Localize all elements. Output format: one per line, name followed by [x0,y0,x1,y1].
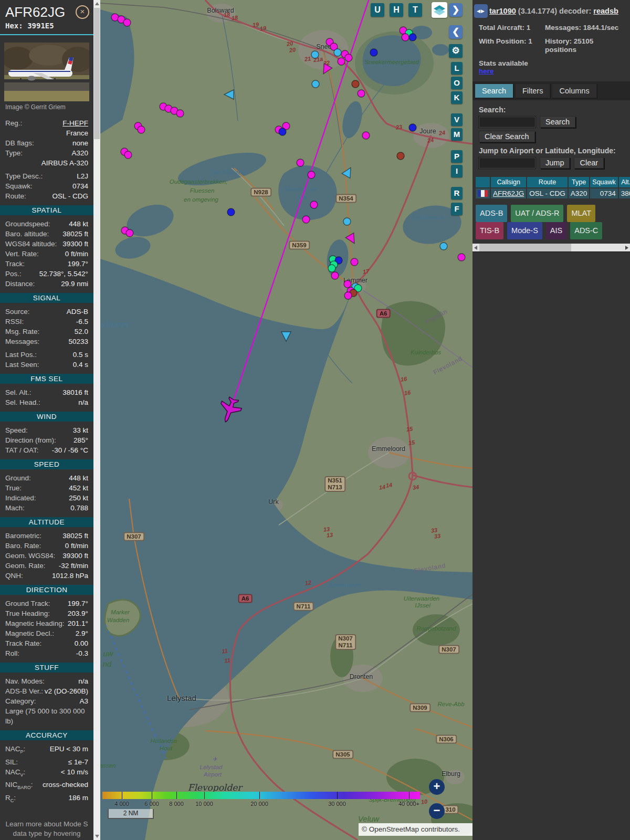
aircraft-dot[interactable] [310,201,318,208]
filter-badge-ais[interactable]: AIS [546,222,566,239]
scroll-left-icon[interactable] [474,246,477,250]
aircraft-arrow[interactable] [281,332,291,341]
search-input[interactable] [479,117,536,128]
aircraft-arrow[interactable] [224,90,234,99]
aircraft-dot[interactable] [343,218,351,225]
aircraft-dot[interactable] [409,34,416,41]
scroll-right-icon[interactable] [625,246,628,250]
table-row[interactable]: AFR62JGOSL - CDGA320073438025 [476,188,630,198]
aircraft-dot[interactable] [124,151,132,159]
map-button-t[interactable]: T [408,3,422,17]
scroll-up-icon[interactable] [95,2,99,5]
aircraft-dot[interactable] [344,292,352,299]
aircraft-dot[interactable] [331,272,339,279]
callsign-link[interactable]: AFR62JG [493,190,524,197]
aircraft-dot[interactable] [338,58,345,65]
filter-badge-ads-b[interactable]: ADS-B [476,205,507,222]
clear-search-button[interactable]: Clear Search [479,131,535,142]
sidebar-scrollbar[interactable] [93,0,100,840]
callsign-cell[interactable]: AFR62JG [491,188,526,198]
data-label: ADS-B Ver.: [5,686,43,696]
map-button-l[interactable]: L [451,62,463,75]
scrollbar-thumb[interactable] [94,8,100,139]
aircraft-dot[interactable] [328,265,335,272]
aircraft-dot[interactable] [123,19,131,26]
map-button-u[interactable]: U [371,3,384,17]
aircraft-dot[interactable] [402,34,409,41]
aircraft-dot[interactable] [440,243,447,250]
scrollbar-thumb[interactable] [479,244,571,251]
map[interactable]: BolswardSneekSneekermeergebiedJoureOudeg… [100,0,472,840]
data-value: 452 kt [69,483,88,493]
layer-switcher-icon[interactable] [432,2,447,18]
aircraft-dot[interactable] [458,254,465,261]
map-button-p[interactable]: P [451,150,463,163]
filter-badge-mode-s[interactable]: Mode-S [507,222,542,239]
aircraft-arrow[interactable] [345,233,359,246]
aircraft-dot[interactable] [308,171,315,178]
map-button-r[interactable]: R [451,187,463,200]
data-row: Barometric:38025 ft [0,531,93,541]
panel-horizontal-scrollbar[interactable] [472,244,630,252]
aircraft-dot[interactable] [397,152,404,160]
map-button-f[interactable]: F [451,203,463,215]
aircraft-dot[interactable] [345,54,352,61]
readsb-link[interactable]: readsb [593,7,618,15]
filter-badge-tis-b[interactable]: TIS-B [476,222,503,239]
jump-button[interactable]: Jump [540,157,570,169]
map-button-i[interactable]: I [451,165,463,177]
data-label: TAT / OAT: [5,445,39,455]
aircraft-dot[interactable] [334,49,341,56]
jump-clear-button[interactable]: Clear [574,157,604,169]
search-button[interactable]: Search [540,116,575,128]
aircraft-dot[interactable] [227,208,235,216]
aircraft-data-sections: SPATIALGroundspeed:448 ktBaro. altitude:… [0,205,93,806]
panel-toggle-button[interactable]: ◀▶ [474,4,488,18]
map-button-v[interactable]: V [451,113,463,126]
zoom-out-button[interactable]: − [429,803,445,819]
jump-input[interactable] [479,158,536,169]
filter-badge-ads-c[interactable]: ADS-C [570,222,602,239]
map-button-k[interactable]: K [451,91,463,104]
aircraft-dot[interactable] [311,51,319,58]
data-row: NICBARO:cross-checked [0,780,93,793]
aircraft-dot[interactable] [358,90,365,97]
expand-right-button[interactable]: ❮ [449,3,463,17]
map-button-h[interactable]: H [390,3,403,17]
tab-search[interactable]: Search [475,83,513,98]
scroll-down-icon[interactable] [95,835,99,838]
data-value-link[interactable]: F-HEPF [62,118,88,128]
aircraft-dot[interactable] [344,280,351,288]
aircraft-dot[interactable] [297,159,304,166]
aircraft-dot[interactable] [362,132,370,139]
tab-filters[interactable]: Filters [515,83,550,98]
zoom-in-button[interactable]: + [429,779,445,795]
aircraft-dot[interactable] [176,110,184,117]
collapse-left-button[interactable]: ❮ [449,25,463,39]
stats-here-link[interactable]: here [479,67,494,75]
aircraft-dot[interactable] [409,124,416,131]
tab-columns[interactable]: Columns [552,83,596,98]
aircraft-dot[interactable] [138,126,145,133]
aircraft-dot[interactable] [351,258,358,266]
aircraft-arrow[interactable] [342,165,355,178]
map-button-m[interactable]: M [451,128,463,141]
map-attribution[interactable]: © OpenStreetMap contributors. [359,823,472,836]
selected-aircraft-icon[interactable] [216,395,244,425]
aircraft-dot[interactable] [279,128,286,135]
aircraft-photo[interactable] [4,43,89,101]
filter-badge-mlat[interactable]: MLAT [567,205,595,222]
aircraft-arrow[interactable] [319,64,332,77]
data-row: AIRBUS A-320 [0,158,93,168]
map-button-o[interactable]: O [451,77,463,89]
aircraft-dot[interactable] [370,49,377,56]
tar1090-link[interactable]: tar1090 [489,7,516,15]
settings-button[interactable]: ⚙ [449,44,463,58]
aircraft-dot[interactable] [312,80,319,88]
aircraft-dot[interactable] [352,80,359,88]
aircraft-dot[interactable] [126,229,133,237]
aircraft-dot[interactable] [302,216,310,223]
close-icon[interactable]: × [76,5,89,19]
section-header: SPATIAL [0,205,93,215]
filter-badge-uat-ads-r[interactable]: UAT / ADS-R [511,205,563,222]
